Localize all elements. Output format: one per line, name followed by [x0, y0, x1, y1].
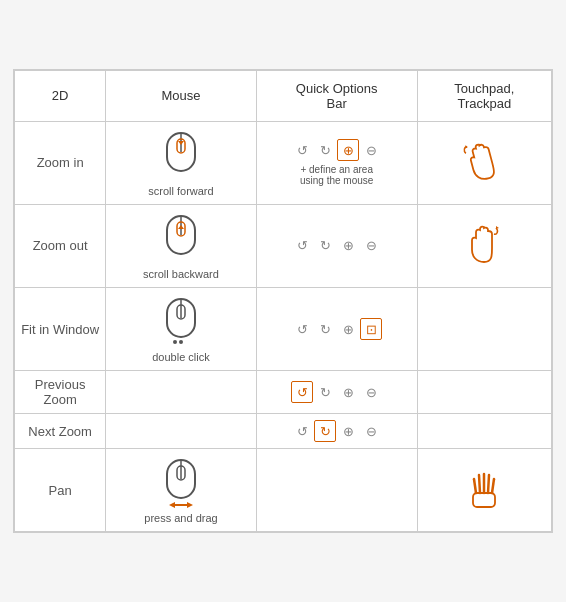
qob-icon-2d: ↻ — [314, 381, 336, 403]
header-2d: 2D — [15, 70, 106, 121]
cell-qob-fit: ↺ ↻ ⊕ ⊡ — [256, 288, 417, 371]
cell-tp-fit — [417, 288, 551, 371]
qob-icon-2: ↻ — [314, 139, 336, 161]
cell-mouse-zoom-out: scroll backward — [106, 204, 256, 287]
row-zoom-in: Zoom in — [15, 121, 552, 204]
qob-icon-4d: ⊖ — [360, 381, 382, 403]
cell-tp-prev — [417, 371, 551, 414]
touchpad-hand-zoom-in — [459, 134, 510, 191]
cell-qob-next: ↺ ↻ ⊕ ⊖ — [256, 414, 417, 449]
cell-tp-next — [417, 414, 551, 449]
svg-rect-15 — [473, 493, 495, 507]
row-fit-window: Fit in Window double click — [15, 288, 552, 371]
cell-qob-zoom-out: ↺ ↻ ⊕ ⊖ — [256, 204, 417, 287]
cell-mouse-pan: press and drag — [106, 449, 256, 532]
row-prev-zoom: Previous Zoom ↺ ↻ ⊕ ⊖ — [15, 371, 552, 414]
cell-2d-fit: Fit in Window — [15, 288, 106, 371]
cell-2d-next: Next Zoom — [15, 414, 106, 449]
touchpad-hand-pan — [422, 465, 547, 516]
header-mouse: Mouse — [106, 70, 256, 121]
qob-icon-next: ↻ — [314, 420, 336, 442]
touchpad-hand-zoom-out — [422, 222, 547, 270]
row-zoom-out: Zoom out scroll backward — [15, 204, 552, 287]
qob-sub-zoom-in: + define an areausing the mouse — [300, 164, 373, 186]
cell-mouse-next — [106, 414, 256, 449]
svg-line-16 — [474, 479, 476, 493]
qob-icon-zoom-out: ⊖ — [360, 139, 382, 161]
qob-icon-3c: ⊕ — [337, 318, 359, 340]
qob-icon-zoom-in: ⊕ — [337, 139, 359, 161]
svg-line-17 — [479, 475, 480, 493]
header-qob: Quick Options Bar — [256, 70, 417, 121]
cell-qob-prev: ↺ ↻ ⊕ ⊖ — [256, 371, 417, 414]
qob-icon-1e: ↺ — [291, 420, 313, 442]
cell-tp-zoom-in — [417, 121, 551, 204]
header-touchpad: Touchpad, Trackpad — [417, 70, 551, 121]
cell-2d-zoom-out: Zoom out — [15, 204, 106, 287]
row-pan: Pan press and drag — [15, 449, 552, 532]
svg-line-19 — [488, 475, 489, 493]
cell-tp-pan — [417, 449, 551, 532]
qob-icon-3b: ⊕ — [337, 235, 359, 257]
cell-2d-pan: Pan — [15, 449, 106, 532]
cell-2d-prev: Previous Zoom — [15, 371, 106, 414]
cell-qob-pan — [256, 449, 417, 532]
cell-mouse-prev — [106, 371, 256, 414]
cell-mouse-zoom-in: scroll forward — [106, 121, 256, 204]
cell-2d-zoom-in: Zoom in — [15, 121, 106, 204]
svg-point-10 — [179, 340, 183, 344]
reference-table: 2D Mouse Quick Options Bar Touchpad, Tra… — [13, 69, 553, 534]
qob-icon-3e: ⊕ — [337, 420, 359, 442]
cell-qob-zoom-in: ↺ ↻ ⊕ ⊖ + define an areausing the mouse — [256, 121, 417, 204]
cell-tp-zoom-out — [417, 204, 551, 287]
qob-icon-2c: ↻ — [314, 318, 336, 340]
qob-icon-1: ↺ — [291, 139, 313, 161]
row-next-zoom: Next Zoom ↺ ↻ ⊕ ⊖ — [15, 414, 552, 449]
qob-icon-1c: ↺ — [291, 318, 313, 340]
qob-icon-2b: ↻ — [314, 235, 336, 257]
qob-icon-3d: ⊕ — [337, 381, 359, 403]
svg-line-20 — [492, 479, 494, 493]
svg-point-9 — [173, 340, 177, 344]
qob-icon-4b: ⊖ — [360, 235, 382, 257]
qob-icon-prev: ↺ — [291, 381, 313, 403]
qob-icon-4e: ⊖ — [360, 420, 382, 442]
qob-icon-fit: ⊡ — [360, 318, 382, 340]
cell-mouse-fit: double click — [106, 288, 256, 371]
qob-icon-1b: ↺ — [291, 235, 313, 257]
